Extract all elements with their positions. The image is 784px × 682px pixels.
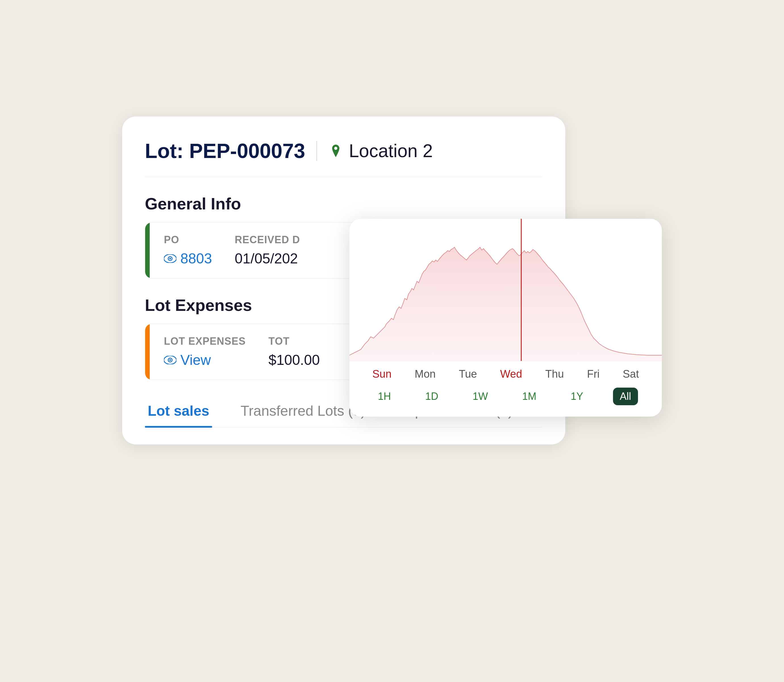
lot-exp-column: LOT EXPENSES View	[164, 335, 246, 368]
received-value: 01/05/202	[235, 250, 300, 267]
day-fri: Fri	[587, 368, 600, 380]
day-sun: Sun	[372, 368, 392, 380]
po-label: PO	[164, 234, 212, 246]
header-divider	[316, 141, 317, 161]
general-info-accent	[145, 223, 150, 278]
lot-exp-label: LOT EXPENSES	[164, 335, 246, 347]
chart-card: Sun Mon Tue Wed Thu Fri Sat 1H 1D 1W 1M …	[349, 219, 662, 417]
interval-1h[interactable]: 1H	[373, 387, 395, 405]
day-tue: Tue	[459, 368, 477, 380]
day-wed: Wed	[500, 368, 522, 380]
day-mon: Mon	[415, 368, 436, 380]
chart-svg	[349, 219, 662, 361]
general-info-title: General Info	[145, 194, 542, 213]
day-thu: Thu	[545, 368, 564, 380]
day-sat: Sat	[623, 368, 639, 380]
svg-point-6	[169, 359, 171, 361]
received-label: RECEIVED D	[235, 234, 300, 246]
interval-1d[interactable]: 1D	[421, 387, 443, 405]
view-button[interactable]: View	[164, 352, 246, 368]
svg-point-3	[169, 258, 171, 260]
eye-icon-po	[164, 254, 177, 263]
total-amount: $100.00	[269, 352, 320, 368]
card-header: Lot: PEP-000073 Location 2	[145, 139, 542, 177]
po-number: 8803	[180, 250, 212, 267]
tab-lot-sales[interactable]: Lot sales	[145, 397, 212, 427]
total-label: TOT	[269, 335, 320, 347]
po-column: PO 8803	[164, 234, 212, 267]
svg-point-0	[334, 147, 337, 150]
interval-1m[interactable]: 1M	[518, 387, 541, 405]
location-text: Location 2	[349, 140, 433, 161]
eye-icon-view	[164, 356, 177, 364]
location-pin-icon	[328, 143, 343, 158]
lot-title: Lot: PEP-000073	[145, 139, 305, 163]
interval-1w[interactable]: 1W	[468, 387, 493, 405]
chart-intervals-row: 1H 1D 1W 1M 1Y All	[349, 385, 662, 405]
received-column: RECEIVED D 01/05/202	[235, 234, 300, 267]
interval-1y[interactable]: 1Y	[566, 387, 588, 405]
chart-days-row: Sun Mon Tue Wed Thu Fri Sat	[349, 361, 662, 385]
interval-all[interactable]: All	[613, 387, 638, 405]
chart-area	[349, 219, 662, 361]
location-row: Location 2	[328, 140, 433, 161]
view-label: View	[180, 352, 211, 368]
lot-expenses-accent	[145, 324, 150, 380]
tab-transferred-lots[interactable]: Transferred Lots (0)	[238, 397, 369, 427]
po-value[interactable]: 8803	[164, 250, 212, 267]
total-column: TOT $100.00	[269, 335, 320, 368]
